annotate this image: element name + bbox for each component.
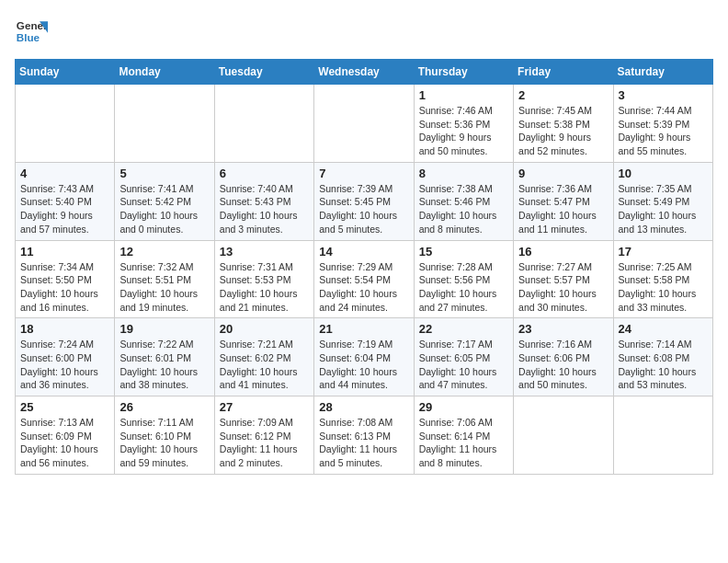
calendar-day-cell: 7Sunrise: 7:39 AM Sunset: 5:45 PM Daylig… [314,162,414,240]
day-info: Sunrise: 7:34 AM Sunset: 5:50 PM Dayligh… [20,261,98,313]
day-info: Sunrise: 7:08 AM Sunset: 6:13 PM Dayligh… [319,417,397,468]
day-info: Sunrise: 7:35 AM Sunset: 5:49 PM Dayligh… [619,183,697,235]
day-number: 8 [419,167,508,180]
day-info: Sunrise: 7:27 AM Sunset: 5:57 PM Dayligh… [518,261,597,313]
day-number: 26 [119,400,209,414]
calendar-day-cell: 2Sunrise: 7:45 AM Sunset: 5:38 PM Daylig… [514,85,613,163]
day-info: Sunrise: 7:16 AM Sunset: 6:06 PM Dayligh… [518,339,597,390]
day-number: 24 [619,322,708,336]
day-number: 5 [119,167,209,180]
calendar-day-cell [115,85,214,163]
calendar-day-cell: 22Sunrise: 7:17 AM Sunset: 6:05 PM Dayli… [414,318,513,396]
calendar-week-row: 11Sunrise: 7:34 AM Sunset: 5:50 PM Dayli… [16,240,713,318]
day-info: Sunrise: 7:45 AM Sunset: 5:38 PM Dayligh… [518,105,592,156]
day-number: 4 [20,167,109,180]
day-number: 10 [619,167,708,180]
calendar-day-cell: 21Sunrise: 7:19 AM Sunset: 6:04 PM Dayli… [314,318,414,396]
day-info: Sunrise: 7:29 AM Sunset: 5:54 PM Dayligh… [319,261,397,313]
day-info: Sunrise: 7:39 AM Sunset: 5:45 PM Dayligh… [319,183,397,235]
day-number: 1 [419,88,508,102]
day-info: Sunrise: 7:19 AM Sunset: 6:04 PM Dayligh… [319,339,397,390]
calendar-day-cell: 24Sunrise: 7:14 AM Sunset: 6:08 PM Dayli… [613,318,712,396]
calendar-week-row: 1Sunrise: 7:46 AM Sunset: 5:36 PM Daylig… [16,85,713,163]
calendar-day-cell: 13Sunrise: 7:31 AM Sunset: 5:53 PM Dayli… [214,240,313,318]
day-number: 11 [20,245,109,259]
page-header: General Blue [15,15,713,48]
calendar-day-cell: 15Sunrise: 7:28 AM Sunset: 5:56 PM Dayli… [414,240,513,318]
day-info: Sunrise: 7:24 AM Sunset: 6:00 PM Dayligh… [20,339,98,390]
calendar-day-cell: 9Sunrise: 7:36 AM Sunset: 5:47 PM Daylig… [514,162,613,240]
day-number: 21 [319,322,408,336]
svg-text:Blue: Blue [17,31,40,43]
calendar-day-cell [214,85,313,163]
calendar-day-cell: 19Sunrise: 7:22 AM Sunset: 6:01 PM Dayli… [115,318,214,396]
day-number: 3 [619,88,708,102]
day-info: Sunrise: 7:43 AM Sunset: 5:40 PM Dayligh… [20,183,94,235]
day-info: Sunrise: 7:41 AM Sunset: 5:42 PM Dayligh… [119,183,198,235]
day-number: 13 [220,245,309,259]
calendar-day-cell: 25Sunrise: 7:13 AM Sunset: 6:09 PM Dayli… [16,396,115,475]
day-number: 15 [419,245,508,259]
day-number: 27 [220,400,309,414]
calendar-day-cell [314,85,414,163]
day-number: 18 [20,322,109,336]
day-info: Sunrise: 7:46 AM Sunset: 5:36 PM Dayligh… [419,105,493,156]
calendar-day-cell: 8Sunrise: 7:38 AM Sunset: 5:46 PM Daylig… [414,162,513,240]
calendar-day-cell: 4Sunrise: 7:43 AM Sunset: 5:40 PM Daylig… [16,162,115,240]
calendar-day-cell: 14Sunrise: 7:29 AM Sunset: 5:54 PM Dayli… [314,240,414,318]
calendar-day-cell: 6Sunrise: 7:40 AM Sunset: 5:43 PM Daylig… [214,162,313,240]
day-number: 14 [319,245,408,259]
day-info: Sunrise: 7:44 AM Sunset: 5:39 PM Dayligh… [619,105,692,156]
day-number: 17 [619,245,708,259]
day-number: 9 [518,167,608,180]
day-info: Sunrise: 7:28 AM Sunset: 5:56 PM Dayligh… [419,261,497,313]
day-info: Sunrise: 7:38 AM Sunset: 5:46 PM Dayligh… [419,183,497,235]
day-info: Sunrise: 7:11 AM Sunset: 6:10 PM Dayligh… [119,417,198,468]
day-info: Sunrise: 7:21 AM Sunset: 6:02 PM Dayligh… [220,339,298,390]
weekday-header-tuesday: Tuesday [214,60,313,85]
day-info: Sunrise: 7:13 AM Sunset: 6:09 PM Dayligh… [20,417,98,468]
calendar-day-cell: 12Sunrise: 7:32 AM Sunset: 5:51 PM Dayli… [115,240,214,318]
day-info: Sunrise: 7:14 AM Sunset: 6:08 PM Dayligh… [619,339,697,390]
weekday-header-sunday: Sunday [16,60,115,85]
calendar-day-cell: 1Sunrise: 7:46 AM Sunset: 5:36 PM Daylig… [414,85,513,163]
calendar-day-cell: 17Sunrise: 7:25 AM Sunset: 5:58 PM Dayli… [613,240,712,318]
day-number: 6 [220,167,309,180]
calendar-day-cell: 18Sunrise: 7:24 AM Sunset: 6:00 PM Dayli… [16,318,115,396]
day-info: Sunrise: 7:06 AM Sunset: 6:14 PM Dayligh… [419,417,497,468]
calendar-day-cell [613,396,712,475]
calendar-day-cell: 10Sunrise: 7:35 AM Sunset: 5:49 PM Dayli… [613,162,712,240]
day-number: 28 [319,400,408,414]
calendar-day-cell [16,85,115,163]
day-number: 25 [20,400,109,414]
weekday-header-monday: Monday [115,60,214,85]
weekday-header-wednesday: Wednesday [314,60,414,85]
calendar-table: SundayMondayTuesdayWednesdayThursdayFrid… [15,59,713,475]
logo-icon: General Blue [15,15,48,48]
day-info: Sunrise: 7:22 AM Sunset: 6:01 PM Dayligh… [119,339,198,390]
weekday-header-row: SundayMondayTuesdayWednesdayThursdayFrid… [16,60,713,85]
weekday-header-friday: Friday [514,60,613,85]
calendar-day-cell: 5Sunrise: 7:41 AM Sunset: 5:42 PM Daylig… [115,162,214,240]
day-number: 12 [119,245,209,259]
day-number: 22 [419,322,508,336]
day-number: 29 [419,400,508,414]
day-number: 2 [518,88,608,102]
calendar-day-cell: 23Sunrise: 7:16 AM Sunset: 6:06 PM Dayli… [514,318,613,396]
calendar-week-row: 18Sunrise: 7:24 AM Sunset: 6:00 PM Dayli… [16,318,713,396]
day-info: Sunrise: 7:40 AM Sunset: 5:43 PM Dayligh… [220,183,298,235]
calendar-day-cell: 11Sunrise: 7:34 AM Sunset: 5:50 PM Dayli… [16,240,115,318]
day-info: Sunrise: 7:36 AM Sunset: 5:47 PM Dayligh… [518,183,597,235]
day-info: Sunrise: 7:31 AM Sunset: 5:53 PM Dayligh… [220,261,298,313]
day-number: 7 [319,167,408,180]
day-info: Sunrise: 7:25 AM Sunset: 5:58 PM Dayligh… [619,261,697,313]
day-info: Sunrise: 7:32 AM Sunset: 5:51 PM Dayligh… [119,261,198,313]
calendar-day-cell [514,396,613,475]
calendar-day-cell: 20Sunrise: 7:21 AM Sunset: 6:02 PM Dayli… [214,318,313,396]
day-info: Sunrise: 7:17 AM Sunset: 6:05 PM Dayligh… [419,339,497,390]
logo: General Blue [15,15,48,48]
calendar-day-cell: 29Sunrise: 7:06 AM Sunset: 6:14 PM Dayli… [414,396,513,475]
day-number: 19 [119,322,209,336]
calendar-day-cell: 3Sunrise: 7:44 AM Sunset: 5:39 PM Daylig… [613,85,712,163]
calendar-day-cell: 27Sunrise: 7:09 AM Sunset: 6:12 PM Dayli… [214,396,313,475]
